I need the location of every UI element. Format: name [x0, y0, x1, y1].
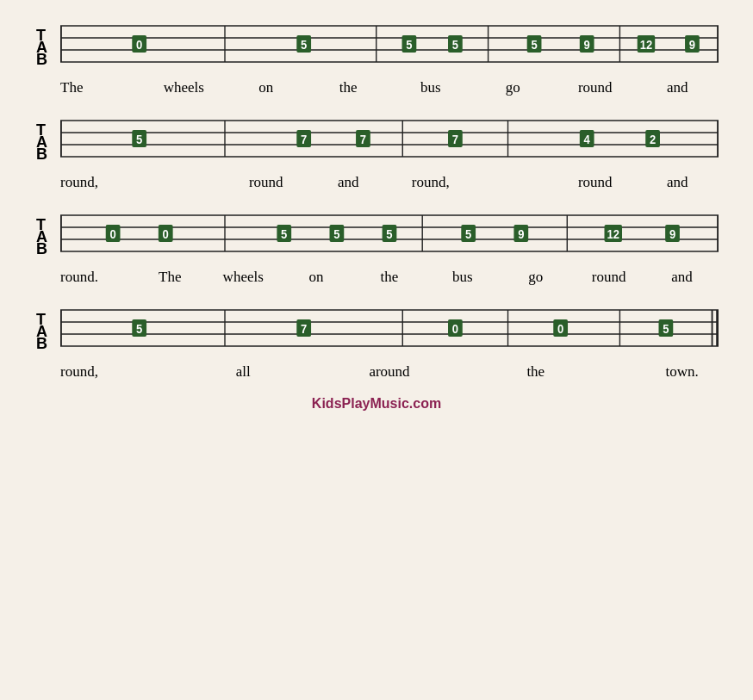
svg-text:4: 4: [584, 133, 591, 147]
staff-3: TAB0055559129: [34, 207, 719, 267]
tab-label: TAB: [34, 301, 47, 362]
lyric-word: wheels: [207, 269, 280, 286]
lyrics-row-2: round,roundandround,roundand: [34, 174, 719, 191]
svg-text:7: 7: [452, 133, 458, 147]
staff-1: TAB055559129: [34, 17, 719, 77]
staff-lines: 57005: [60, 301, 719, 362]
staff-2: TAB577742: [34, 112, 719, 172]
lyric-word: The: [60, 79, 143, 96]
lyric-word: the: [499, 363, 572, 381]
page: TAB055559129ThewheelsonthebusgoroundandT…: [9, 9, 744, 700]
tab-label: TAB: [34, 207, 47, 267]
tab-section-4: TAB57005round,allaroundthetown.: [34, 301, 719, 381]
lyric-word: on: [225, 79, 308, 96]
lyric-word: [134, 363, 207, 381]
svg-text:12: 12: [607, 228, 620, 242]
svg-text:9: 9: [584, 39, 591, 53]
lyric-word: and: [645, 269, 719, 286]
lyric-word: round: [554, 174, 637, 191]
svg-text:5: 5: [531, 39, 538, 53]
lyric-word: bus: [389, 79, 472, 96]
staff-lines: 055559129: [60, 17, 719, 77]
lyric-word: round,: [60, 363, 134, 381]
svg-text:7: 7: [360, 133, 366, 147]
lyric-word: round.: [60, 269, 134, 286]
lyric-word: round: [554, 79, 637, 96]
lyric-word: around: [353, 363, 426, 381]
svg-text:9: 9: [518, 228, 525, 242]
svg-text:5: 5: [663, 323, 669, 337]
svg-text:0: 0: [452, 323, 458, 337]
svg-text:0: 0: [136, 39, 142, 53]
tab-section-3: TAB0055559129round.Thewheelsonthebusgoro…: [34, 207, 719, 286]
svg-text:5: 5: [465, 228, 472, 242]
lyric-word: [572, 363, 645, 381]
lyric-word: bus: [426, 269, 499, 286]
svg-text:5: 5: [333, 228, 340, 242]
lyric-word: and: [637, 79, 719, 96]
lyric-word: round: [572, 269, 645, 286]
svg-text:5: 5: [301, 39, 308, 53]
lyric-word: and: [308, 174, 390, 191]
lyric-word: wheels: [143, 79, 226, 96]
svg-text:12: 12: [640, 39, 653, 53]
lyric-word: [472, 174, 555, 191]
lyric-word: round: [225, 174, 308, 191]
svg-text:5: 5: [406, 39, 413, 53]
lyric-word: round,: [389, 174, 472, 191]
svg-text:5: 5: [386, 228, 393, 242]
svg-text:2: 2: [650, 133, 656, 147]
lyric-word: round,: [60, 174, 143, 191]
lyric-word: the: [353, 269, 426, 286]
svg-text:0: 0: [557, 323, 563, 337]
staff-lines: 577742: [60, 112, 719, 172]
lyric-word: on: [280, 269, 353, 286]
lyric-word: The: [134, 269, 207, 286]
tab-label: TAB: [34, 17, 47, 77]
staff-lines: 0055559129: [60, 207, 719, 267]
svg-text:5: 5: [281, 228, 288, 242]
lyrics-row-4: round,allaroundthetown.: [34, 363, 719, 381]
svg-text:5: 5: [452, 39, 459, 53]
lyric-word: the: [308, 79, 390, 96]
lyric-word: go: [472, 79, 555, 96]
svg-text:0: 0: [109, 228, 115, 242]
lyrics-row-3: round.Thewheelsonthebusgoroundand: [34, 269, 719, 286]
svg-text:9: 9: [689, 39, 696, 53]
lyric-word: [426, 363, 499, 381]
tab-label: TAB: [34, 112, 47, 172]
footer-branding: KidsPlayMusic.com: [34, 396, 719, 412]
lyric-word: and: [637, 174, 719, 191]
lyric-word: [280, 363, 353, 381]
tab-section-2: TAB577742round,roundandround,roundand: [34, 112, 719, 191]
lyric-word: all: [207, 363, 280, 381]
svg-text:5: 5: [136, 323, 143, 337]
svg-text:0: 0: [163, 228, 169, 242]
lyric-word: go: [499, 269, 572, 286]
lyric-word: [143, 174, 226, 191]
tab-section-1: TAB055559129Thewheelsonthebusgoroundand: [34, 17, 719, 96]
lyric-word: town.: [645, 363, 719, 381]
svg-text:9: 9: [669, 228, 676, 242]
svg-text:7: 7: [301, 323, 307, 337]
svg-text:5: 5: [136, 133, 143, 147]
lyrics-row-1: Thewheelsonthebusgoroundand: [34, 79, 719, 96]
staff-4: TAB57005: [34, 301, 719, 362]
svg-text:7: 7: [301, 133, 307, 147]
